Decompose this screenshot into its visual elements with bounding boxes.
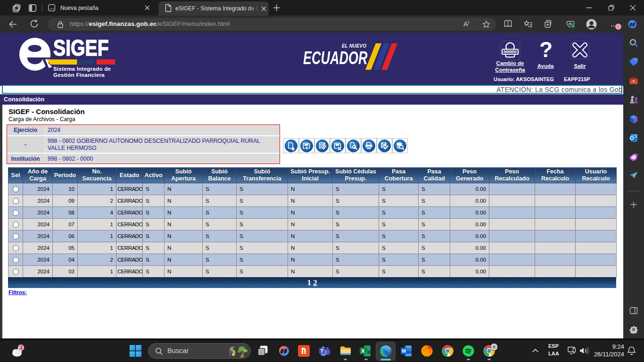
svg-text:1: 1 xyxy=(20,345,23,350)
